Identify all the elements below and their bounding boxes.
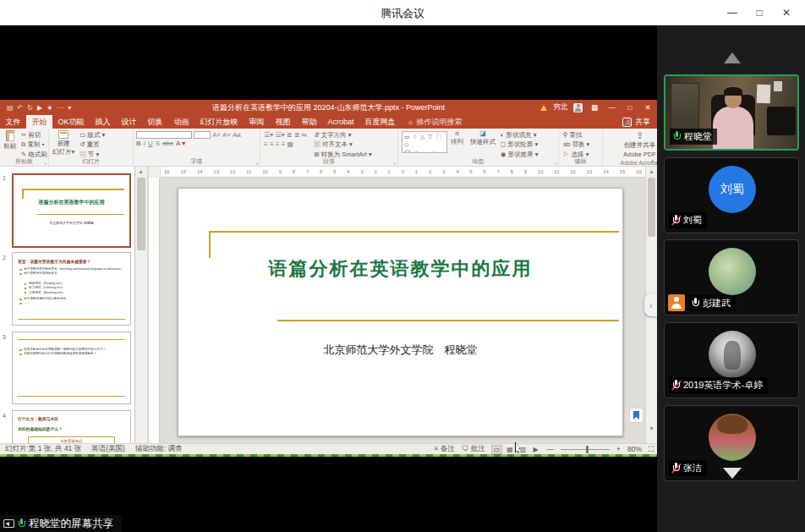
maximize-button[interactable]: □: [746, 7, 773, 19]
ribbon-display-options-icon[interactable]: ▦: [589, 103, 600, 112]
ppt-restore-button[interactable]: □: [624, 103, 636, 112]
ruler-tick: 3: [360, 169, 363, 174]
quick-styles-button[interactable]: ◪ 快速样式: [467, 129, 499, 153]
minimize-button[interactable]: —: [719, 7, 746, 19]
ribbon-tab-10[interactable]: 视图: [270, 115, 296, 129]
view-button-1[interactable]: ▭: [492, 446, 502, 453]
scroll-more-participants-arrow-icon[interactable]: [723, 468, 742, 479]
slide-title[interactable]: 语篇分析在英语教学中的应用: [178, 256, 622, 282]
grow-font-button[interactable]: A˄: [212, 132, 221, 139]
ribbon-tab-13[interactable]: 百度网盘: [359, 115, 401, 129]
clear-format-button[interactable]: A̶a: [233, 132, 241, 139]
font-size-input[interactable]: [194, 131, 211, 139]
ppt-close-button[interactable]: ✕: [642, 103, 654, 112]
text-direction-button[interactable]: ⇵ 文字方向 ▾: [314, 131, 371, 139]
zoom-in-button[interactable]: +: [616, 445, 621, 453]
ppt-minimize-button[interactable]: —: [606, 103, 618, 112]
ribbon-tab-2[interactable]: 开始: [26, 115, 52, 129]
bold-button[interactable]: B: [136, 140, 141, 147]
replace-button[interactable]: ab 替换 ▾: [563, 140, 600, 148]
view-button-2[interactable]: ▦: [505, 446, 515, 453]
participant-tile-liushu[interactable]: 刘蜀 刘蜀: [664, 157, 799, 233]
comments-button[interactable]: 🗨 批注: [462, 444, 485, 454]
participant-tile-chengxiaotang[interactable]: 程晓堂: [664, 74, 799, 151]
slide-number: 3: [3, 334, 6, 340]
language-indicator[interactable]: 英语(美国): [91, 444, 125, 454]
scrollbar-thumb[interactable]: [137, 178, 145, 250]
ruler-tick: 9: [279, 169, 282, 174]
ribbon-tab-11[interactable]: 帮助: [296, 115, 322, 129]
zoom-slider-thumb[interactable]: [586, 446, 589, 453]
account-avatar[interactable]: [573, 103, 583, 112]
slide-canvas[interactable]: 语篇分析在英语教学中的应用 北京师范大学外文学院 程晓堂: [178, 188, 623, 436]
view-button-3[interactable]: ▥: [518, 446, 528, 453]
slide-thumbnail-2[interactable]: 背景：语篇对英语教学为何越来越重要？ 基于语篇的语言教学理念（teaching …: [12, 252, 131, 326]
scroll-up-icon[interactable]: ▲: [649, 168, 654, 174]
slide-subtitle[interactable]: 北京师范大学外文学院 程晓堂: [178, 343, 622, 358]
ribbon-tab-1[interactable]: 文件: [0, 115, 26, 129]
account-name[interactable]: 穷北: [553, 102, 567, 112]
ribbon-tab-7[interactable]: 动画: [168, 115, 194, 129]
scrollbar-thumb[interactable]: [648, 178, 655, 237]
shape-fill-button[interactable]: ◐ 形状填充 ▾: [501, 131, 538, 139]
paste-button[interactable]: 粘贴: [0, 129, 19, 156]
dialog-launcher-icon[interactable]: ⌐: [255, 161, 259, 166]
ruler-tick: 7: [306, 169, 309, 174]
find-button[interactable]: ⚲ 查找: [563, 131, 600, 139]
slide-thumbnail-3[interactable]: 在语言教学中如何理解语篇？语篇分析涉及哪些内容与方法？怎样的语篇分析知识才能帮助…: [12, 332, 131, 404]
notes-button[interactable]: ≡ 备注: [435, 444, 455, 454]
view-button-4[interactable]: ▶: [531, 446, 539, 453]
ribbon-tab-12[interactable]: Acrobat: [322, 115, 359, 129]
screen-share-icon: [3, 519, 14, 528]
shadow-button[interactable]: S: [156, 140, 160, 147]
ruler-tick: 13: [587, 169, 593, 174]
slide-thumbnail-4[interactable]: 打个比方：教师与木匠 木匠的基础知识是什么？ 木匠基础知识: [12, 410, 131, 443]
italic-button[interactable]: I: [144, 140, 145, 147]
fit-slide-button[interactable]: ⛶: [649, 445, 654, 454]
tell-me-search[interactable]: ☼操作说明搜索: [401, 115, 462, 129]
dialog-launcher-icon[interactable]: ⌐: [44, 161, 47, 166]
collapse-panel-arrow-icon[interactable]: [724, 52, 741, 63]
thumbnail-bullet: 口语测试（Speaking test）: [25, 291, 128, 295]
participant-tile-zhuoting[interactable]: 2019英语学术-卓婷: [664, 322, 799, 398]
participant-tile-pengjianwu[interactable]: 彭建武: [664, 239, 799, 315]
layout-button[interactable]: ▭ 版式 ▾: [79, 131, 105, 139]
ribbon-tab-9[interactable]: 审阅: [244, 115, 270, 129]
thumbnail-scrollbar[interactable]: ▲: [135, 167, 148, 443]
shrink-font-button[interactable]: A˅: [222, 132, 231, 139]
shapes-gallery[interactable]: ▭ ○ △ ▽ ⬚ ◇ ◯ ☆ ↔ ↕ ⌒ ⟡: [402, 131, 447, 153]
shape-outline-button[interactable]: ◻ 形状轮廓 ▾: [501, 140, 538, 148]
alignment-buttons[interactable]: ≡ ≡ ≡ ≡ ▦: [264, 141, 307, 148]
reset-button[interactable]: ↺ 重置: [79, 140, 105, 148]
collapse-ribbon-icon[interactable]: ˄: [651, 158, 654, 164]
ribbon-tab-3[interactable]: OK功能: [52, 115, 90, 129]
dialog-launcher-icon[interactable]: ⌐: [393, 161, 397, 166]
zoom-out-button[interactable]: —: [547, 445, 555, 453]
bookmark-float-button[interactable]: [629, 408, 643, 423]
dialog-launcher-icon[interactable]: ⌐: [554, 161, 557, 166]
accessibility-check[interactable]: 辅助功能: 调查: [135, 444, 183, 454]
ribbon-tab-8[interactable]: 幻灯片放映: [194, 115, 244, 129]
arrange-button[interactable]: ⧈ 排列: [447, 129, 467, 153]
cut-button[interactable]: ✂ 剪切: [21, 131, 47, 139]
zoom-slider[interactable]: [561, 449, 610, 450]
ribbon-tab-5[interactable]: 设计: [116, 115, 142, 129]
align-text-button[interactable]: ▥ 对齐文本 ▾: [314, 140, 371, 148]
underline-button[interactable]: U: [148, 140, 153, 147]
bullet-list-buttons[interactable]: ☰▾ ☱▾ ≣ ≣ ⇋: [264, 132, 307, 139]
panel-collapse-handle[interactable]: ›: [644, 293, 657, 316]
font-color-button[interactable]: A ▾: [176, 140, 185, 147]
ribbon-share-button[interactable]: 共享: [635, 117, 650, 128]
ribbon-tab-4[interactable]: 插入: [90, 115, 116, 129]
scroll-down-icon[interactable]: ▼: [649, 425, 654, 431]
ribbon-tab-6[interactable]: 切换: [142, 115, 168, 129]
zoom-level[interactable]: 80%: [627, 445, 642, 453]
ruler-tick: 4: [347, 169, 349, 174]
scroll-up-icon[interactable]: ▲: [138, 168, 144, 174]
strikethrough-button[interactable]: abc: [162, 140, 173, 147]
copy-button[interactable]: ⧉ 复制 ▾: [21, 140, 47, 148]
slide-thumbnail-1[interactable]: 语篇分析在英语教学中的应用 北京师范大学外文学院 程晓堂: [12, 173, 131, 248]
close-button[interactable]: ✕: [773, 7, 800, 19]
font-name-input[interactable]: [136, 131, 192, 139]
ruler-tick: 15: [620, 169, 626, 174]
